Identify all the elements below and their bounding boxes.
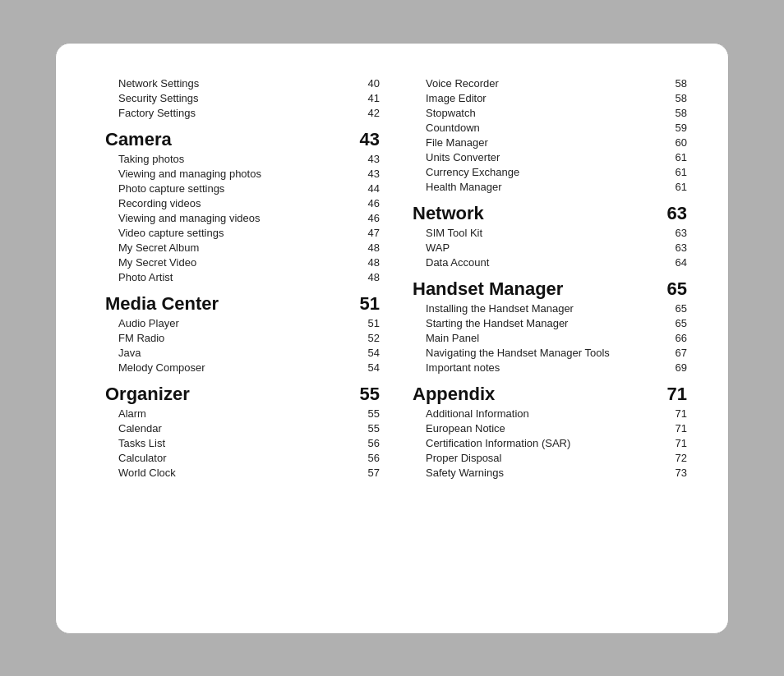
toc-section-block: Handset Manager65Installing the Handset …: [413, 278, 687, 375]
section-header: Appendix71: [413, 384, 687, 405]
toc-section-block: Media Center51Audio Player51FM Radio52Ja…: [105, 293, 380, 375]
toc-item: Proper Disposal72: [413, 451, 687, 466]
toc-pre-item: Health Manager61: [413, 180, 687, 195]
toc-item-page: 65: [662, 302, 687, 315]
toc-two-col: Network Settings40Security Settings41Fac…: [105, 76, 687, 481]
toc-item-label: Photo Artist: [105, 271, 173, 283]
section-title: Organizer: [105, 384, 190, 405]
toc-item-page: 48: [355, 256, 380, 269]
section-header: Media Center51: [105, 293, 380, 315]
toc-item-label: Navigating the Handset Manager Tools: [413, 347, 610, 359]
toc-item-label: Java: [105, 347, 141, 359]
toc-item-label: Important notes: [413, 361, 500, 374]
toc-pre-item-label: Units Converter: [413, 151, 500, 163]
toc-pre-item-page: 60: [662, 136, 687, 149]
toc-item-label: Photo capture settings: [105, 182, 224, 195]
section-page-number: 51: [360, 293, 380, 315]
toc-pre-item-page: 41: [355, 92, 380, 104]
toc-item-label: Calculator: [105, 452, 167, 464]
toc-pre-item: Currency Exchange61: [413, 165, 687, 180]
toc-item: Melody Composer54: [105, 361, 380, 375]
toc-item-label: Starting the Handset Manager: [413, 317, 568, 329]
toc-pre-item: Security Settings41: [105, 91, 380, 106]
section-title: Network: [413, 203, 484, 224]
section-page-number: 65: [667, 278, 687, 300]
toc-item-label: Melody Composer: [105, 361, 205, 374]
pre-items-left: Network Settings40Security Settings41Fac…: [105, 76, 380, 121]
toc-item: Calendar55: [105, 421, 380, 436]
toc-pre-item: Countdown59: [413, 121, 687, 136]
toc-item-label: World Clock: [105, 467, 176, 479]
toc-item: Taking photos43: [105, 152, 380, 167]
toc-pre-item-page: 42: [355, 107, 380, 119]
toc-item-page: 71: [662, 437, 687, 449]
toc-item-label: Proper Disposal: [413, 452, 502, 464]
toc-item-label: Alarm: [105, 407, 146, 420]
toc-item: Navigating the Handset Manager Tools67: [413, 346, 687, 361]
toc-item-label: FM Radio: [105, 332, 164, 344]
section-header: Camera43: [105, 129, 380, 150]
toc-item-page: 51: [355, 317, 380, 329]
toc-item: FM Radio52: [105, 331, 380, 346]
toc-item-page: 65: [662, 317, 687, 329]
toc-item-page: 44: [355, 182, 380, 195]
toc-item: Photo capture settings44: [105, 182, 380, 196]
toc-item-page: 43: [355, 168, 380, 180]
toc-pre-item-label: Currency Exchange: [413, 166, 519, 178]
toc-item-page: 47: [355, 227, 380, 239]
toc-pre-item-page: 61: [662, 151, 687, 163]
toc-pre-item: Stopwatch58: [413, 106, 687, 121]
toc-item-page: 66: [662, 332, 687, 344]
toc-item-label: SIM Tool Kit: [413, 227, 482, 239]
toc-item-page: 57: [355, 467, 380, 479]
toc-pre-item-page: 58: [662, 92, 687, 104]
toc-item: Recording videos46: [105, 196, 380, 211]
toc-item-page: 54: [355, 347, 380, 359]
toc-section-block: Organizer55Alarm55Calendar55Tasks List56…: [105, 384, 380, 481]
section-title: Appendix: [413, 384, 495, 405]
toc-item-page: 46: [355, 212, 380, 224]
toc-item: Viewing and managing photos43: [105, 167, 380, 182]
toc-item-label: Calendar: [105, 422, 162, 435]
toc-item-label: Main Panel: [413, 332, 479, 344]
toc-pre-item: Units Converter61: [413, 150, 687, 165]
section-page-number: 55: [360, 384, 380, 405]
toc-item: Photo Artist48: [105, 270, 380, 285]
toc-item: Certification Information (SAR)71: [413, 436, 687, 451]
toc-section-block: Network63SIM Tool Kit63WAP63Data Account…: [413, 203, 687, 270]
toc-item: Installing the Handset Manager65: [413, 301, 687, 316]
section-title: Handset Manager: [413, 278, 563, 300]
toc-item-page: 54: [355, 361, 380, 374]
toc-item-page: 55: [355, 407, 380, 420]
toc-item-label: My Secret Album: [105, 241, 199, 254]
toc-item: Java54: [105, 346, 380, 361]
toc-item-page: 72: [662, 452, 687, 464]
toc-item-page: 52: [355, 332, 380, 344]
toc-item: Important notes69: [413, 361, 687, 375]
toc-item: Alarm55: [105, 407, 380, 421]
toc-pre-item-label: Security Settings: [105, 92, 199, 104]
toc-item-page: 64: [662, 256, 687, 269]
toc-pre-item-page: 59: [662, 122, 687, 134]
toc-pre-item-page: 58: [662, 77, 687, 90]
section-page-number: 63: [667, 203, 687, 224]
toc-item-page: 67: [662, 347, 687, 359]
section-header: Organizer55: [105, 384, 380, 405]
toc-item: Video capture settings47: [105, 226, 380, 241]
toc-item-label: Installing the Handset Manager: [413, 302, 574, 315]
section-header: Network63: [413, 203, 687, 224]
toc-pre-item: Network Settings40: [105, 76, 380, 91]
section-header: Handset Manager65: [413, 278, 687, 300]
toc-item: Safety Warnings73: [413, 466, 687, 481]
toc-pre-item-label: Voice Recorder: [413, 77, 499, 90]
toc-item-label: European Notice: [413, 422, 505, 435]
toc-item-label: Video capture settings: [105, 227, 224, 239]
section-title: Media Center: [105, 293, 219, 315]
toc-pre-item: Voice Recorder58: [413, 76, 687, 91]
toc-item: Viewing and managing videos46: [105, 211, 380, 226]
toc-pre-item: File Manager60: [413, 136, 687, 150]
right-column: Voice Recorder58Image Editor58Stopwatch5…: [413, 76, 687, 481]
toc-pre-item-page: 61: [662, 181, 687, 193]
toc-item-page: 48: [355, 241, 380, 254]
toc-item-page: 46: [355, 197, 380, 209]
